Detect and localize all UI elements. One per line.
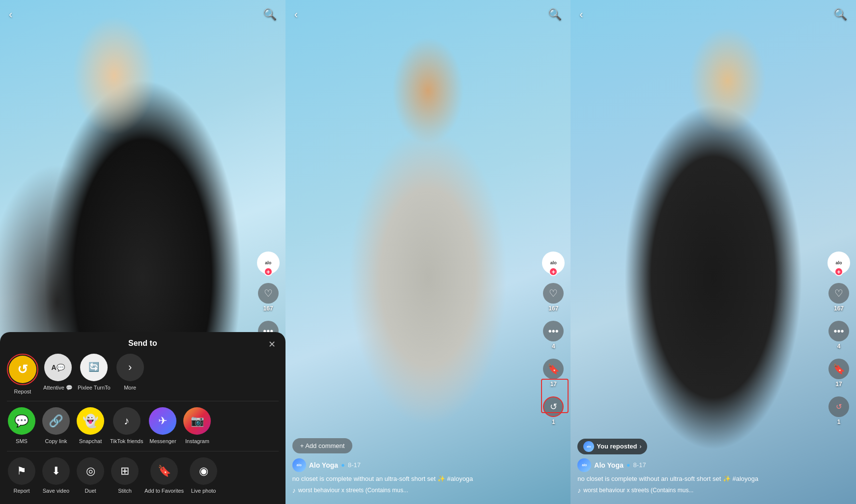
creator-name-3: Alo Yoga <box>594 461 623 469</box>
share-favorites-item[interactable]: 🔖 Add to Favorites <box>144 457 184 494</box>
chevron-right-icon: › <box>639 443 641 450</box>
creator-avatar-sm-2: alo <box>292 458 306 472</box>
bookmark-button-2[interactable]: 🔖 <box>543 359 564 379</box>
sms-label: SMS <box>16 438 28 445</box>
livephoto-icon: ◉ <box>190 457 217 485</box>
share-row-3: ⚑ Report ⬇ Save video ◎ Duet ⊞ Stitch 🔖 … <box>0 457 285 499</box>
search-icon-1[interactable]: 🔍 <box>263 8 277 21</box>
share-copylink-item[interactable]: 🔗 Copy link <box>41 407 71 445</box>
right-sidebar-2: alo + ♡ 167 ••• 4 🔖 17 ↺ 1 <box>542 252 565 425</box>
like-count-1: 167 <box>263 305 273 312</box>
share-stitch-item[interactable]: ⊞ Stitch <box>110 457 140 494</box>
savevideo-icon: ⬇ <box>42 457 70 485</box>
share-messenger-item[interactable]: ✈ Messenger <box>148 407 177 445</box>
avatar-item-1[interactable]: alo + <box>257 252 280 274</box>
share-report-item[interactable]: ⚑ Report <box>7 457 36 494</box>
back-button-3[interactable]: ‹ <box>579 8 583 21</box>
pixlee-label: Pixlee TurnTo <box>78 384 111 391</box>
creator-avatar-1: alo + <box>257 252 280 274</box>
date-text-2: 8-17 <box>348 461 361 469</box>
music-row-2: ♪ worst behaviour x streets (Contains mu… <box>292 486 535 494</box>
duet-label: Duet <box>85 487 96 494</box>
snapchat-label: Snapchat <box>79 438 102 445</box>
livephoto-label: Live photo <box>191 487 216 494</box>
you-reposted-text: You reposted <box>597 443 637 450</box>
verified-badge-2: ● <box>341 461 345 469</box>
back-button-2[interactable]: ‹ <box>294 8 298 21</box>
creator-avatar-3: alo + <box>827 252 850 274</box>
repost-icon-circle: ↺ <box>9 356 36 383</box>
comment-button-2[interactable]: ••• <box>543 321 564 341</box>
creator-avatar-2: alo + <box>542 252 565 274</box>
back-button-1[interactable]: ‹ <box>9 8 12 21</box>
share-more-item[interactable]: › More <box>115 354 145 395</box>
tiktok-icon: ♪ <box>113 407 141 435</box>
attentive-icon: A💬 <box>44 354 72 381</box>
top-bar-3: ‹ 🔍 <box>571 0 856 29</box>
like-item-3[interactable]: ♡ 167 <box>828 283 849 312</box>
more-icon: › <box>116 354 144 381</box>
model-visual-2 <box>285 0 571 504</box>
repost-button-2[interactable]: ↺ <box>543 396 564 417</box>
close-share-button[interactable]: ✕ <box>268 339 276 350</box>
repost-item-2[interactable]: ↺ 1 <box>543 396 564 425</box>
search-icon-3[interactable]: 🔍 <box>834 8 847 21</box>
right-sidebar-3: alo + ♡ 167 ••• 4 🔖 17 ↺ 1 <box>827 252 850 425</box>
share-snapchat-item[interactable]: 👻 Snapchat <box>76 407 105 445</box>
bottom-info-2: + Add comment alo Alo Yoga ● 8-17 no clo… <box>285 433 542 504</box>
share-livephoto-item[interactable]: ◉ Live photo <box>189 457 218 494</box>
like-item-2[interactable]: ♡ 167 <box>543 283 564 312</box>
copylink-icon: 🔗 <box>42 407 70 435</box>
follow-plus-2[interactable]: + <box>549 267 558 276</box>
repost-item-3[interactable]: ↺ 1 <box>828 396 849 425</box>
like-item-1[interactable]: ♡ 167 <box>258 283 279 312</box>
follow-plus-3[interactable]: + <box>834 267 843 276</box>
creator-row-3: alo Alo Yoga ● 8-17 <box>577 458 820 472</box>
duet-icon: ◎ <box>77 457 104 485</box>
comment-item-3[interactable]: ••• 4 <box>828 321 849 350</box>
like-button-2[interactable]: ♡ <box>543 283 564 304</box>
repost-button-3[interactable]: ↺ <box>828 396 849 417</box>
bookmark-button-3[interactable]: 🔖 <box>828 359 849 379</box>
share-duet-item[interactable]: ◎ Duet <box>76 457 105 494</box>
music-note-2: ♪ <box>292 486 296 494</box>
bookmark-count-3: 17 <box>835 381 842 388</box>
like-button-3[interactable]: ♡ <box>828 283 849 304</box>
share-sms-item[interactable]: 💬 SMS <box>7 407 36 445</box>
tiktok-label: TikTok friends <box>110 438 143 445</box>
share-divider-1 <box>7 401 279 401</box>
share-repost-item[interactable]: ↺ Repost <box>7 354 38 395</box>
verified-badge-3: ● <box>627 461 630 469</box>
share-instagram-item[interactable]: 📷 Instagram <box>182 407 212 445</box>
top-bar-1: ‹ 🔍 <box>0 0 285 29</box>
share-sheet: Send to ✕ ↺ Repost A💬 Attentive 💬 <box>0 332 285 504</box>
follow-plus-1[interactable]: + <box>264 267 273 276</box>
search-icon-2[interactable]: 🔍 <box>548 8 562 21</box>
stitch-icon: ⊞ <box>111 457 139 485</box>
repost-label: Repost <box>14 388 31 395</box>
creator-name-2: Alo Yoga <box>309 461 338 469</box>
repost-icon: ↺ <box>17 362 28 377</box>
bookmark-item-3[interactable]: 🔖 17 <box>828 359 849 388</box>
add-comment-button[interactable]: + Add comment <box>292 438 353 453</box>
share-tiktok-item[interactable]: ♪ TikTok friends <box>110 407 143 445</box>
avatar-item-3[interactable]: alo + <box>827 252 850 274</box>
you-reposted-banner[interactable]: alo You reposted › <box>577 439 647 454</box>
avatar-item-2[interactable]: alo + <box>542 252 565 274</box>
comment-item-2[interactable]: ••• 4 <box>543 321 564 350</box>
reposted-avatar: alo <box>583 441 594 452</box>
share-pixlee-item[interactable]: 🔄 Pixlee TurnTo <box>78 354 111 395</box>
share-attentive-item[interactable]: A💬 Attentive 💬 <box>43 354 73 395</box>
repost-highlight-box: ↺ <box>7 354 38 385</box>
messenger-label: Messenger <box>149 438 176 445</box>
more-label: More <box>124 384 136 391</box>
comment-button-3[interactable]: ••• <box>828 321 849 341</box>
music-row-3: ♪ worst behaviour x streets (Contains mu… <box>577 486 820 494</box>
bookmark-item-2[interactable]: 🔖 17 <box>543 359 564 388</box>
like-button-1[interactable]: ♡ <box>258 283 279 304</box>
share-header: Send to ✕ <box>0 339 285 354</box>
share-savevideo-item[interactable]: ⬇ Save video <box>41 457 71 494</box>
comment-count-3: 4 <box>837 343 841 350</box>
creator-avatar-sm-3: alo <box>577 458 591 472</box>
bookmark-count-2: 17 <box>550 381 557 388</box>
